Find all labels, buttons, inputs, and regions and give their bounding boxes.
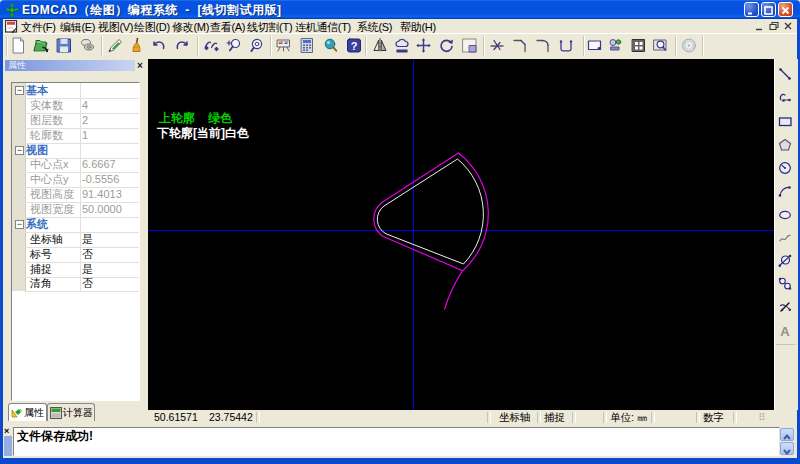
svg-text:A: A (780, 324, 790, 339)
svg-text:?: ? (351, 40, 358, 52)
